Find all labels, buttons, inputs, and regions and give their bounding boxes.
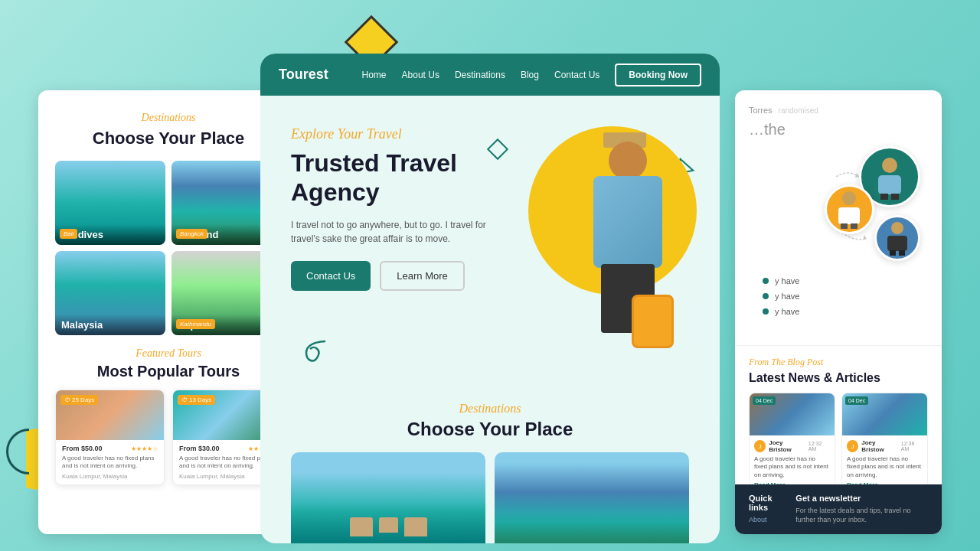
feature-item-1: y have [763,276,914,285]
person-circle-small [874,215,920,261]
footer-quicklinks-about[interactable]: About [749,515,780,525]
blog-text-1: A good traveler has no fixed plans and i… [754,455,830,479]
footer-col-newsletter: Get a newsletter For the latest deals an… [795,494,928,525]
feature-list: y have y have y have [749,276,928,316]
feature-text-2: y have [775,292,799,301]
hero-title: Trusted Travel Agency [291,148,490,207]
right-panel: Torres randomised …the [735,90,942,534]
blog-card-2[interactable]: 04 Dec J Joey Bristow 12:38 AM A good tr… [841,393,928,493]
blog-time-1: 12:32 AM [808,441,830,452]
blog-author-row-2: J Joey Bristow 12:38 AM [847,439,923,453]
dest-img-card-1[interactable] [291,452,485,543]
navbar: Tourest Home About Us Destinations Blog … [260,54,720,96]
footer-newsletter-title: Get a newsletter [795,494,928,503]
destinations-section: Destinations Choose Your Place [260,386,720,543]
hero-buttons: Contact Us Learn More [291,261,505,291]
right-top-title: …the [749,121,928,139]
blog-badge-1: 04 Dec [753,396,776,405]
tour-stars-1: ★★★★☆ [131,445,158,452]
booking-button[interactable]: Booking Now [615,64,701,86]
dest-card-overlay: Bali Maldives [55,224,165,245]
blog-text-2: A good traveler has no fixed plans and i… [847,455,923,479]
person-body [593,176,662,268]
left-destinations-subtitle: Destinations [55,112,282,124]
svg-rect-10 [851,223,858,229]
dest-card-tag-nepal: Kathmandu [176,319,215,329]
destinations-grid: Bali Maldives Bangkok Thailand Malaysia … [55,161,282,335]
tour-badge-text-1: 25 Days [72,396,94,403]
tour-desc-1: A good traveler has no fixed plans and i… [62,455,158,471]
svg-rect-8 [838,207,860,224]
tour-badge-text-2: 13 Days [189,396,211,403]
hero-description: I travel not to go anywhere, but to go. … [291,218,505,246]
dest-card-malaysia[interactable]: Malaysia [55,251,165,335]
nav-logo: Tourest [279,67,328,83]
dest-card-name-malaysia: Malaysia [61,319,159,331]
svg-rect-5 [880,194,888,200]
dest-images-row [291,452,689,543]
feature-dot-1 [763,278,769,284]
feature-item-3: y have [763,307,914,316]
nav-link-destinations[interactable]: Destinations [455,70,505,80]
tour-location-1: Kuala Lumpur, Malaysia [62,473,158,480]
blog-avatar-1: J [754,440,766,452]
blog-avatar-2: J [847,440,858,452]
tour-badge-icon-2: ⏱ [181,396,188,403]
tour-price-row-1: From $50.00 ★★★★☆ [62,445,158,452]
tour-card-1[interactable]: ⏱ 25 Days From $50.00 ★★★★☆ A good trave… [55,390,165,485]
tours-subtitle: Featured Tours [55,347,282,360]
nav-link-home[interactable]: Home [362,70,387,80]
pc-person-3 [877,217,918,259]
footer-newsletter-desc: For the latest deals and tips, travel no… [795,506,928,525]
person-luggage [632,295,674,348]
feature-dot-2 [763,293,769,299]
contact-button[interactable]: Contact Us [291,261,371,291]
svg-point-7 [842,191,856,205]
dest-card-maldives[interactable]: Bali Maldives [55,161,165,245]
hero-image-area [513,111,704,356]
blog-card-1[interactable]: 04 Dec J Joey Bristow 12:32 AM A good tr… [749,393,835,493]
main-dest-subtitle: Destinations [291,402,689,416]
svg-point-3 [882,158,897,173]
feature-text-3: y have [775,307,799,316]
right-panel-top: Torres randomised …the [735,90,942,337]
dest-img-card-2[interactable] [495,452,689,543]
nav-link-about[interactable]: About Us [402,70,439,80]
learn-more-button[interactable]: Learn More [380,261,464,291]
main-panel: Tourest Home About Us Destinations Blog … [260,54,720,543]
tour-card-img-1: ⏱ 25 Days [56,390,164,440]
tour-badge-icon: ⏱ [64,396,70,403]
main-dest-title: Choose Your Place [291,419,689,440]
svg-rect-4 [878,175,901,194]
svg-marker-2 [863,235,867,240]
right-randomised: randomised [779,106,818,115]
tour-cards-row: ⏱ 25 Days From $50.00 ★★★★☆ A good trave… [55,390,282,485]
blog-cards-row: 04 Dec J Joey Bristow 12:32 AM A good tr… [749,393,928,493]
nav-link-blog[interactable]: Blog [521,70,539,80]
right-footer: Quick links About Get a newsletter For t… [735,484,942,534]
svg-rect-6 [891,194,899,200]
nav-link-contact[interactable]: Contact Us [554,70,599,80]
feature-item-2: y have [763,292,914,301]
footer-col-quicklinks: Quick links About [749,494,780,525]
left-panel: Destinations Choose Your Place Bali Mald… [38,90,299,534]
tour-price-1: From $50.00 [62,445,103,452]
person-head [609,142,647,180]
tour-card-body-1: From $50.00 ★★★★☆ A good traveler has no… [56,440,164,484]
pc-person-2 [827,187,872,232]
blog-card-img-2: 04 Dec [842,393,927,435]
blog-section: From The Blog Post Latest News & Article… [735,345,942,504]
dest-card-overlay-malaysia: Malaysia [55,315,165,335]
blog-author-row-1: J Joey Bristow 12:32 AM [754,439,830,453]
right-top-subtitle: Torres [749,106,773,115]
left-destinations-title: Choose Your Place [55,129,282,148]
swirl-icon [299,337,329,371]
dest-card-tag-maldives: Bali [60,229,77,239]
person-circle-medium [825,184,874,234]
blog-card-img-1: 04 Dec [750,393,835,435]
blog-title: Latest News & Articles [749,371,928,385]
feature-text-1: y have [775,276,799,285]
tour-badge-1: ⏱ 25 Days [60,395,98,405]
blog-time-2: 12:38 AM [901,441,923,452]
svg-rect-9 [841,223,848,229]
